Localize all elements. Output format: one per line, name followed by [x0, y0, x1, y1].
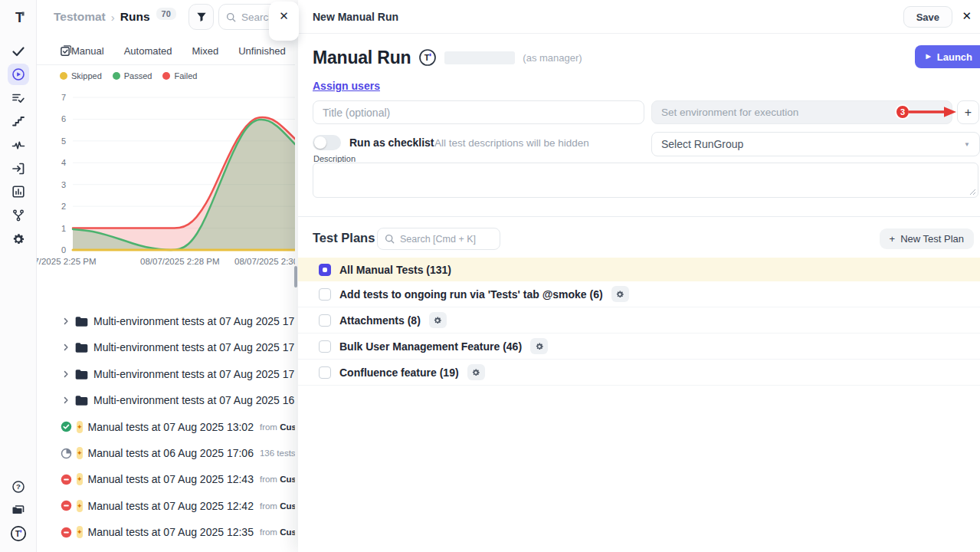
run-title: Manual tests at 07 Aug 2025 13:02: [88, 421, 254, 433]
run-row[interactable]: ✦Manual tests at 07 Aug 2025 13:02from C…: [37, 414, 295, 440]
select-all-button[interactable]: [60, 45, 71, 57]
sidebar-item-analytics[interactable]: [0, 185, 37, 199]
run-row[interactable]: Multi-environment tests at 07 Aug 2025 1…: [37, 361, 295, 387]
legend-item-failed[interactable]: Failed: [162, 71, 197, 80]
sidebar-item-tests[interactable]: [0, 44, 37, 58]
run-row[interactable]: Multi-environment tests at 07 Aug 2025 1…: [37, 334, 295, 360]
chevron-down-icon: ▼: [964, 141, 970, 148]
run-row[interactable]: ✦Manual tests at 07 Aug 2025 12:42from C…: [37, 493, 295, 519]
plan-settings-button[interactable]: [611, 286, 629, 302]
legend-label: Failed: [174, 71, 197, 80]
run-title: Multi-environment tests at 07 Aug 2025 1…: [93, 315, 295, 327]
sidebar-item-runs[interactable]: [0, 67, 37, 81]
expand-chevron[interactable]: [61, 343, 70, 352]
search-icon: [226, 12, 236, 22]
test-plan-row[interactable]: Confluence feature (19): [298, 360, 980, 386]
tab-manual[interactable]: Manual: [71, 45, 104, 57]
question-circle-icon: ?: [11, 480, 25, 494]
manual-run-icon: ✦: [77, 473, 83, 485]
test-plans-search-input[interactable]: [400, 234, 488, 245]
status-passed-icon: [61, 421, 72, 432]
manual-run-icon: ✦: [77, 500, 83, 512]
test-plan-row[interactable]: Attachments (8): [298, 307, 980, 334]
new-manual-run-panel: New Manual Run Save ✕ Manual Run T (as m…: [298, 0, 980, 552]
run-title: Manual tests at 07 Aug 2025 12:42: [88, 500, 254, 512]
test-plans-search[interactable]: [377, 228, 500, 250]
close-panel-icon[interactable]: ✕: [962, 10, 972, 21]
tab-automated[interactable]: Automated: [124, 45, 172, 57]
run-row[interactable]: ✦Manual tests at 07 Aug 2025 12:43from C…: [37, 466, 295, 492]
checkbox-unchecked[interactable]: [319, 314, 331, 327]
checkbox-unchecked[interactable]: [319, 366, 331, 379]
folder-icon-wrap: [75, 369, 88, 380]
save-button[interactable]: Save: [903, 6, 952, 28]
help-button[interactable]: ?: [0, 480, 37, 494]
launch-label: Launch: [937, 51, 972, 63]
launch-button[interactable]: ▶ Launch: [915, 45, 980, 68]
run-title: Manual tests at 06 Aug 2025 17:06: [88, 447, 254, 459]
svg-text:T: T: [424, 53, 430, 62]
projects-button[interactable]: [0, 503, 37, 517]
area-chart-canvas: [37, 65, 295, 274]
panel-edge-close-button[interactable]: ✕: [269, 2, 299, 41]
tab-unfinished[interactable]: Unfinished: [238, 45, 285, 57]
checkbox-checked[interactable]: [319, 264, 331, 276]
sidebar-item-pulse[interactable]: [0, 138, 37, 152]
profile-avatar[interactable]: T: [0, 525, 37, 542]
sidebar-item-settings[interactable]: [0, 232, 37, 246]
run-status: [61, 421, 72, 432]
plan-settings-button[interactable]: [530, 338, 548, 354]
filter-button[interactable]: [188, 4, 214, 30]
checkbox-dot: [323, 268, 327, 272]
test-plans-list: All Manual Tests (131)Add tests to ongoi…: [298, 258, 980, 386]
test-plan-label: Confluence feature (19): [339, 366, 459, 379]
folder-icon: [75, 316, 88, 327]
plan-settings-button[interactable]: [429, 312, 447, 328]
legend-item-skipped[interactable]: Skipped: [60, 71, 102, 80]
resize-handle-icon[interactable]: [969, 189, 976, 196]
scrollbar-thumb[interactable]: [294, 266, 297, 288]
checkbox-unchecked[interactable]: [319, 288, 331, 301]
legend-label: Passed: [124, 71, 152, 80]
plan-settings-button[interactable]: [467, 364, 485, 380]
sidebar-item-milestones[interactable]: [0, 114, 37, 128]
sidebar-item-test-plans[interactable]: [0, 91, 37, 105]
run-source: from Custom: [260, 422, 295, 432]
breadcrumb-app[interactable]: Testomat: [54, 10, 106, 24]
description-textarea[interactable]: [313, 163, 978, 198]
toggle-knob: [314, 136, 326, 149]
rungroup-select[interactable]: Select RunGroup ▼: [651, 132, 980, 156]
gear-icon: [535, 342, 544, 351]
manual-run-title-row: Manual Run T (as manager): [313, 44, 582, 71]
tab-mixed[interactable]: Mixed: [192, 45, 219, 57]
sidebar-item-branches[interactable]: [0, 209, 37, 222]
chevron-right-icon: [61, 317, 70, 326]
run-as-checklist-toggle[interactable]: [313, 135, 341, 150]
add-environment-button[interactable]: +: [957, 100, 979, 124]
run-title-input[interactable]: [313, 100, 644, 124]
new-test-plan-button[interactable]: + New Test Plan: [880, 228, 974, 249]
role-note: (as manager): [523, 52, 582, 64]
run-row[interactable]: ✦Manual tests at 06 Aug 2025 17:06136 te…: [37, 440, 295, 466]
chevron-right-icon: [61, 343, 70, 352]
expand-chevron[interactable]: [61, 317, 70, 326]
sidebar-item-import[interactable]: [0, 162, 37, 176]
test-plan-label: Add tests to ongoing run via 'Tests' tab…: [339, 288, 603, 301]
checkbox-unchecked[interactable]: [319, 340, 331, 353]
runs-page: Testomat › Runs 70 Manual Automated Mixe…: [37, 0, 295, 552]
legend-item-passed[interactable]: Passed: [113, 71, 152, 80]
run-row[interactable]: ✦Manual tests at 07 Aug 2025 12:35from C…: [37, 519, 295, 545]
expand-chevron[interactable]: [61, 370, 70, 379]
legend-dot: [60, 72, 67, 80]
test-plan-row[interactable]: Bulk User Management Feature (46): [298, 334, 980, 360]
run-row[interactable]: Multi-environment tests at 07 Aug 2025 1…: [37, 387, 295, 413]
expand-chevron[interactable]: [61, 396, 70, 405]
run-row[interactable]: Multi-environment tests at 07 Aug 2025 1…: [37, 308, 295, 334]
gear-icon: [433, 316, 442, 325]
test-plan-row[interactable]: All Manual Tests (131): [298, 258, 980, 281]
test-plan-row[interactable]: Add tests to ongoing run via 'Tests' tab…: [298, 281, 980, 307]
assign-users-link[interactable]: Assign users: [313, 80, 380, 92]
app-logo[interactable]: T: [0, 8, 37, 28]
test-plan-label: Bulk User Management Feature (46): [339, 340, 522, 353]
breadcrumb-page[interactable]: Runs: [120, 10, 150, 24]
